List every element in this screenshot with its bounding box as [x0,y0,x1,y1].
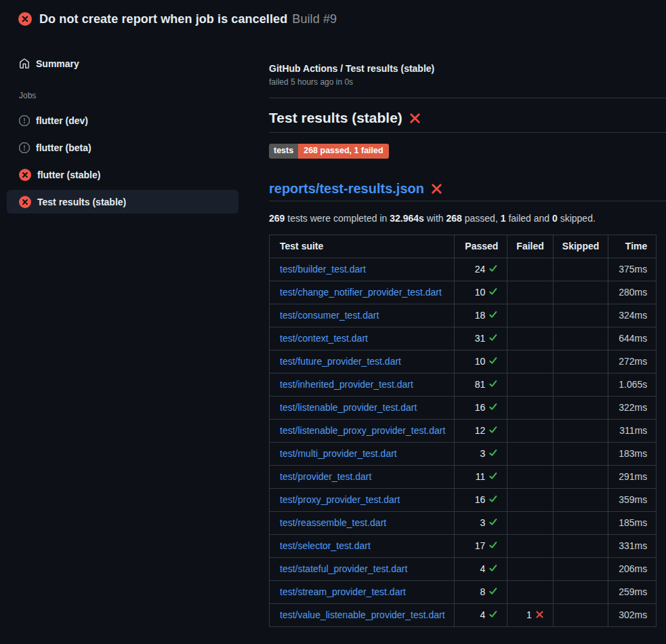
suite-cell: test/listenable_provider_test.dart [270,396,455,419]
time-cell: 311ms [608,419,657,442]
suite-cell: test/stateful_provider_test.dart [270,557,455,580]
time-cell: 259ms [608,580,657,603]
failed-cell [507,304,553,327]
table-row: test/value_listenable_provider_test.dart… [270,603,657,626]
passed-cell: 10 [455,350,507,373]
table-row: test/selector_test.dart 17 331ms [270,534,657,557]
test-suite-link[interactable]: test/multi_provider_test.dart [280,448,397,459]
badge-value: 268 passed, 1 failed [298,144,388,159]
passed-count: 4 [480,609,486,620]
skipped-cell [553,511,608,534]
passed-cell: 4 [455,603,507,626]
check-icon [488,517,498,529]
test-suite-link[interactable]: test/reassemble_test.dart [280,517,386,528]
test-suite-link[interactable]: test/selector_test.dart [280,540,371,551]
test-suite-link[interactable]: test/change_notifier_provider_test.dart [280,287,442,298]
column-header-skipped: Skipped [553,235,608,258]
suite-cell: test/context_test.dart [270,327,455,350]
failed-cell [507,488,553,511]
x-circle-icon [19,169,31,181]
sidebar-job-item[interactable]: flutter (stable) [7,163,238,186]
failed-cell [507,419,553,442]
passed-count: 31 [475,333,486,344]
tests-summary-line: 269 tests were completed in 32.964s with… [269,213,666,224]
skipped-cell [553,258,608,281]
suite-cell: test/listenable_proxy_provider_test.dart [270,419,455,442]
summary-number: 268 [446,213,462,224]
check-icon [488,425,498,437]
failed-cell: 1 [507,603,553,626]
passed-count: 8 [480,586,486,597]
summary-text: passed, [462,213,501,224]
test-suite-link[interactable]: test/context_test.dart [280,333,368,344]
passed-count: 10 [475,356,486,367]
suite-cell: test/reassemble_test.dart [270,511,455,534]
check-icon [488,310,498,321]
passed-count: 4 [480,563,486,574]
section-title-text: Test results (stable) [269,110,402,126]
skipped-cell [553,534,608,557]
test-suite-link[interactable]: test/stateful_provider_test.dart [280,563,407,574]
summary-number: 32.964s [390,213,424,224]
test-suite-link[interactable]: test/future_provider_test.dart [280,356,401,367]
test-suite-link[interactable]: test/builder_test.dart [280,264,366,275]
suite-cell: test/proxy_provider_test.dart [270,488,455,511]
test-suite-link[interactable]: test/provider_test.dart [280,471,371,482]
test-suite-link[interactable]: test/inherited_provider_test.dart [280,379,413,390]
passed-count: 24 [475,264,486,275]
test-suite-link[interactable]: test/listenable_provider_test.dart [280,402,417,413]
x-circle-icon [19,196,31,208]
job-label: flutter (dev) [36,115,88,126]
time-cell: 375ms [608,258,657,281]
x-circle-icon [18,12,32,26]
test-suite-link[interactable]: test/value_listenable_provider_test.dart [280,609,445,620]
table-row: test/future_provider_test.dart 10 272ms [270,350,657,373]
report-title: reports/test-results.json [269,181,666,197]
check-icon [488,494,498,506]
summary-number: 1 [501,213,506,224]
test-suite-link[interactable]: test/consumer_test.dart [280,310,379,321]
passed-cell: 12 [455,419,507,442]
table-row: test/provider_test.dart 11 291ms [270,465,657,488]
passed-count: 18 [475,310,486,321]
suite-cell: test/future_provider_test.dart [270,350,455,373]
divider [269,98,666,98]
main-content: GitHub Actions / Test results (stable) f… [264,38,666,627]
test-suite-link[interactable]: test/stream_provider_test.dart [280,586,406,597]
job-label: Test results (stable) [37,197,126,207]
sidebar-item-summary[interactable]: Summary [7,52,238,75]
passed-cell: 81 [455,373,507,396]
passed-count: 12 [475,425,486,436]
sidebar: Summary Jobs flutter (dev) flutter (beta… [0,38,264,217]
skipped-cell [553,442,608,465]
passed-cell: 8 [455,580,507,603]
suite-cell: test/selector_test.dart [270,534,455,557]
failed-cell [507,396,553,419]
sidebar-job-item[interactable]: flutter (beta) [7,136,238,159]
test-suite-link[interactable]: test/listenable_proxy_provider_test.dart [280,425,445,436]
failed-cell [507,557,553,580]
suite-cell: test/inherited_provider_test.dart [270,373,455,396]
skipped-cell [553,281,608,304]
sidebar-job-item[interactable]: flutter (dev) [7,108,238,132]
time-cell: 322ms [608,396,657,419]
workflow-run-page: Do not create report when job is cancell… [0,0,666,644]
sidebar-job-item[interactable]: Test results (stable) [7,190,238,214]
passed-cell: 11 [455,465,507,488]
failed-cell [507,373,553,396]
time-cell: 183ms [608,442,657,465]
stop-icon [19,115,30,126]
report-file-link[interactable]: reports/test-results.json [269,181,424,197]
passed-cell: 4 [455,557,507,580]
build-number: Build #9 [292,12,337,26]
passed-cell: 17 [455,534,507,557]
x-mark-icon [535,610,544,621]
test-suite-link[interactable]: test/proxy_provider_test.dart [280,494,400,505]
column-header-time: Time [608,235,657,258]
skipped-cell [553,603,608,626]
table-row: test/context_test.dart 31 644ms [270,327,657,350]
time-cell: 291ms [608,465,657,488]
run-header: Do not create report when job is cancell… [0,0,666,38]
passed-count: 10 [475,287,486,298]
table-row: test/proxy_provider_test.dart 16 359ms [270,488,657,511]
